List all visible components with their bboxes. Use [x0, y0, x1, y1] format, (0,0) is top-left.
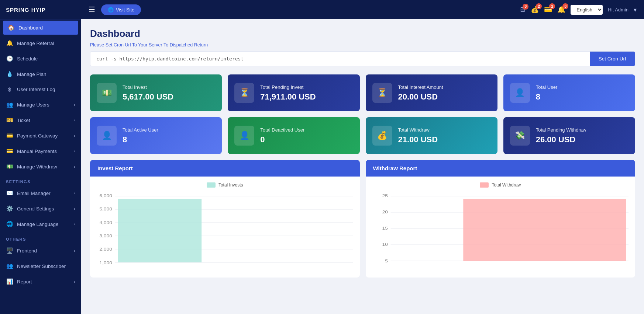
cron-command: curl -s https://hyip.dandtcoinc.com/retu…	[90, 52, 590, 65]
sidebar-item-label: Manage Language	[17, 221, 59, 227]
card-icon-wrap[interactable]: 💳 2	[544, 6, 552, 14]
interest-amount-icon: ⏳	[372, 83, 392, 103]
svg-text:5: 5	[385, 259, 388, 263]
svg-rect-12	[118, 199, 202, 262]
chevron-right-icon: ›	[74, 206, 75, 211]
stat-card-total-withdraw: 💰 Total Withdraw 21.00 USD	[366, 117, 497, 154]
globe-icon: 🌐	[108, 7, 114, 13]
sidebar-item-label: Report	[17, 279, 32, 285]
admin-label: Hi, Admin	[608, 7, 628, 13]
topbar-right: 🖥 0 💰 2 💳 2 🔔 0 English French Hi, Admin…	[519, 5, 637, 15]
sidebar-item-ticket[interactable]: 🎫 Ticket ›	[0, 112, 81, 128]
bell-icon-wrap[interactable]: 🔔 0	[557, 6, 565, 14]
visit-site-label: Visit Site	[116, 7, 134, 13]
stat-card-active-user: 👤 Total Active User 8	[90, 117, 222, 154]
stat-card-deactivated-user: 👤 Total Deactived User 0	[228, 117, 359, 154]
sidebar-item-manage-withdraw[interactable]: 💵 Manage Withdraw ›	[0, 159, 81, 174]
language-select[interactable]: English French	[571, 5, 603, 15]
stat-value: 0	[260, 135, 353, 144]
sidebar-item-label: General Settings	[17, 206, 54, 212]
sidebar-item-manage-language[interactable]: 🌐 Manage Language ›	[0, 216, 81, 232]
stats-row-2: 👤 Total Active User 8 👤 Total Deactived …	[90, 117, 635, 154]
dashboard-icon: 🏠	[7, 24, 15, 31]
sidebar-item-label: Ticket	[17, 118, 30, 123]
sidebar-item-email-manager[interactable]: ✉️ Email Manager ›	[0, 185, 81, 201]
sidebar-item-manage-plan[interactable]: 💧 Manage Plan	[0, 66, 81, 82]
svg-text:6,000: 6,000	[99, 193, 112, 198]
schedule-icon: 🕒	[6, 55, 13, 62]
bell-badge: 0	[562, 3, 568, 9]
svg-text:25: 25	[382, 193, 388, 198]
referral-icon: 🔔	[6, 40, 13, 46]
main-area: ☰ 🌐 Visit Site 🖥 0 💰 2 💳 2 🔔 0 En	[81, 0, 644, 314]
sidebar-item-payment-gateway[interactable]: 💳 Payment Gateway ›	[0, 128, 81, 143]
stat-label: Total Withdraw	[398, 127, 491, 133]
user-icon: 👤	[510, 83, 530, 103]
sidebar-item-frontend[interactable]: 🖥️ Frontend ›	[0, 243, 81, 258]
monitor-icon-wrap[interactable]: 🖥 0	[519, 6, 526, 14]
stat-value: 21.00 USD	[398, 135, 491, 144]
stat-value: 20.00 USD	[398, 92, 491, 102]
sidebar-item-schedule[interactable]: 🕒 Schedule	[0, 51, 81, 66]
stat-label: Total Active User	[123, 127, 215, 133]
stat-label: Total Pending Withdraw	[536, 127, 628, 133]
frontend-icon: 🖥️	[6, 247, 13, 254]
chevron-down-icon[interactable]: ▾	[634, 6, 637, 13]
stat-card-total-invest: 💵 Total Invest 5,617.00 USD	[90, 74, 222, 111]
email-icon: ✉️	[6, 190, 13, 196]
stat-label: Total User	[536, 84, 628, 90]
invest-chart-svg: 6,000 5,000 4,000 3,000 2,000 1,000	[94, 191, 355, 272]
settings-section-label: SETTINGS	[0, 174, 81, 185]
sidebar-nav: 🏠 Dashboard 🔔 Manage Referral 🕒 Schedule…	[0, 20, 81, 314]
chevron-right-icon: ›	[74, 279, 75, 284]
sidebar-item-dashboard[interactable]: 🏠 Dashboard	[3, 21, 78, 35]
deactivated-user-icon: 👤	[234, 126, 254, 146]
stat-label: Total Deactived User	[260, 127, 353, 133]
interest-icon: $	[6, 86, 13, 93]
sidebar-item-manage-users[interactable]: 👥 Manage Users ›	[0, 97, 81, 112]
others-section-label: OTHERS	[0, 232, 81, 243]
svg-text:3,000: 3,000	[99, 234, 112, 238]
stat-label: Total Interest Amount	[398, 84, 491, 90]
chevron-right-icon: ›	[74, 133, 75, 138]
withdraw-report-card: Withdraw Report Total Withdraw 25 20 15 …	[366, 160, 636, 278]
visit-site-button[interactable]: 🌐 Visit Site	[101, 4, 141, 15]
sidebar-item-label: Newsletter Subscriber	[17, 264, 66, 269]
pending-invest-icon: ⏳	[234, 83, 254, 103]
page-title: Dashboard	[90, 28, 635, 39]
stat-label: Total Invest	[123, 84, 215, 90]
pink-legend-box	[480, 182, 489, 188]
sidebar-item-report[interactable]: 📊 Report ›	[0, 274, 81, 289]
hamburger-icon[interactable]: ☰	[89, 5, 95, 14]
report-icon: 📊	[6, 278, 13, 285]
sidebar-item-manage-referral[interactable]: 🔔 Manage Referral	[0, 35, 81, 51]
withdraw-chart-body: Total Withdraw 25 20 15 10 5	[366, 177, 636, 278]
svg-text:1,000: 1,000	[99, 261, 112, 265]
sidebar-item-general-settings[interactable]: ⚙️ General Settings ›	[0, 201, 81, 216]
withdraw-icon: 💵	[6, 163, 13, 170]
teal-legend-box	[207, 182, 216, 188]
chevron-right-icon: ›	[74, 118, 75, 122]
invest-icon: 💵	[97, 83, 117, 103]
withdraw-icon: 💰	[372, 126, 392, 146]
sidebar-item-manual-payments[interactable]: 💳 Manual Payments ›	[0, 143, 81, 159]
sidebar-item-label: Manage Plan	[17, 71, 47, 77]
svg-text:2,000: 2,000	[99, 247, 112, 251]
gear-icon: ⚙️	[6, 205, 13, 212]
cron-notice: Please Set Cron Url To Your Server To Di…	[90, 42, 635, 48]
svg-text:20: 20	[382, 210, 388, 214]
sidebar: SPRING HYIP 🏠 Dashboard 🔔 Manage Referra…	[0, 0, 81, 314]
set-cron-button[interactable]: Set Cron Url	[590, 52, 635, 66]
sidebar-item-label: Manage Users	[17, 102, 49, 108]
monitor-badge: 0	[523, 4, 528, 10]
stat-value: 8	[536, 92, 628, 102]
svg-text:5,000: 5,000	[99, 207, 112, 211]
sidebar-item-label: Manage Referral	[17, 41, 54, 46]
sidebar-item-user-interest-log[interactable]: $ User Interest Log	[0, 82, 81, 97]
stat-card-pending-invest: ⏳ Total Pending Invest 71,911.00 USD	[228, 74, 359, 111]
chevron-right-icon: ›	[74, 164, 75, 169]
wallet-icon-wrap[interactable]: 💰 2	[531, 6, 539, 14]
sidebar-item-newsletter-subscriber[interactable]: 👥 Newsletter Subscriber	[0, 258, 81, 274]
svg-rect-23	[463, 199, 626, 261]
stat-value: 71,911.00 USD	[260, 92, 353, 102]
